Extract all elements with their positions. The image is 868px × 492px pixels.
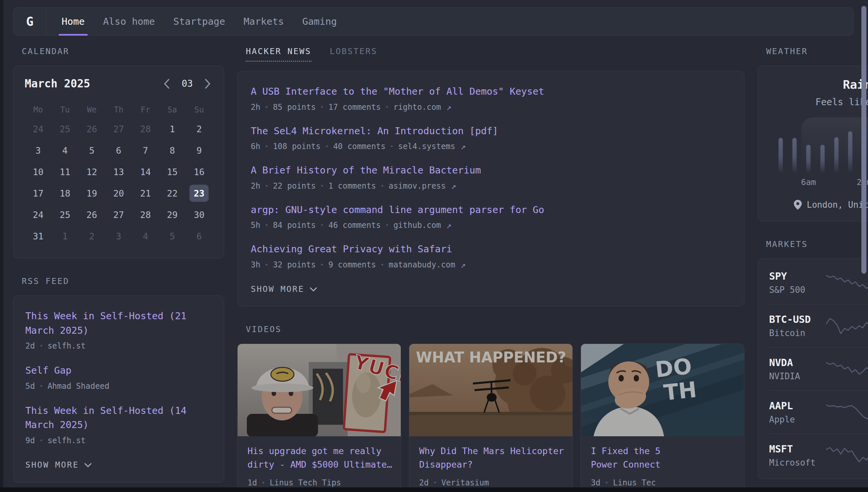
video-title[interactable]: His upgrade got me really <box>247 444 391 458</box>
news-item-title[interactable]: Achieving Great Privacy with Safari <box>251 242 731 256</box>
calendar-month-number: 03 <box>182 78 193 89</box>
logo[interactable]: G <box>14 7 47 35</box>
nav-tab-markets[interactable]: Markets <box>243 7 284 35</box>
calendar-day: 20 <box>105 184 132 202</box>
calendar-day: 28 <box>132 205 159 224</box>
chevron-down-icon <box>84 463 92 468</box>
dot-separator: • <box>320 102 324 112</box>
news-item-title[interactable]: The SeL4 Microkernel: An Introduction [p… <box>251 124 731 139</box>
weather-hourly-chart: 12° <box>774 117 868 173</box>
calendar-day: 4 <box>132 227 159 245</box>
meta-text: Ahmad Shadeed <box>48 381 109 391</box>
weather-location-row: London, United Kingdom <box>768 200 868 210</box>
calendar-day-grid: 2425262728123456789101112131415161718192… <box>25 120 213 245</box>
calendar-day: 29 <box>159 205 186 224</box>
meta-text: 5d <box>25 381 35 391</box>
calendar-weekday: Th <box>105 105 132 115</box>
dot-separator: • <box>390 142 393 151</box>
news-item-title[interactable]: argp: GNU-style command line argument pa… <box>251 203 731 217</box>
calendar-day: 3 <box>25 141 51 159</box>
calendar-weekday-row: MoTuWeThFrSaSu <box>25 105 213 115</box>
calendar-day: 9 <box>186 141 213 159</box>
meta-text: Linus Tech Tips <box>269 478 341 488</box>
tab-lobsters[interactable]: LOBSTERS <box>330 46 377 56</box>
scrollbar-thumb[interactable] <box>861 6 866 274</box>
meta-text: selfh.st <box>48 341 86 351</box>
rss-item-title[interactable]: This Week in Self-Hosted (14 March 2025) <box>25 403 212 432</box>
market-info: BTC-USDBitcoin <box>769 314 826 338</box>
meta-text: Linus Tec <box>613 478 656 488</box>
news-item-meta: 2h•22 points•1 comments•asimov.press↗ <box>251 181 731 191</box>
news-item: A USB Interface to the "Mother of All De… <box>251 84 731 112</box>
dot-separator: • <box>385 220 389 230</box>
video-title[interactable]: Disappear? <box>419 458 562 471</box>
nav-tab-home[interactable]: Home <box>62 7 85 35</box>
rss-show-more-button[interactable]: SHOW MORE <box>25 460 212 470</box>
window-edge-bottom <box>0 487 868 492</box>
tab-hacker-news[interactable]: HACKER NEWS <box>246 46 311 62</box>
calendar-day: 8 <box>159 141 186 159</box>
nav-tab-gaming[interactable]: Gaming <box>302 7 337 35</box>
news-item-meta: 2h•85 points•17 comments•righto.com↗ <box>251 102 731 112</box>
market-ticker: AAPL <box>769 400 826 412</box>
meta-text: 5h <box>251 220 260 230</box>
video-thumbnail[interactable]: DOTH <box>581 344 744 436</box>
market-row-aapl[interactable]: AAPLApple+1.95%$218.27 <box>769 390 868 434</box>
market-row-spy[interactable]: SPYS&P 500-0.27%$563.98 <box>769 261 868 304</box>
market-name: Microsoft <box>769 458 826 468</box>
video-thumbnail[interactable]: WHAT HAPPENED? <box>409 344 573 436</box>
meta-text: 2h <box>251 102 260 112</box>
today-pill: 23 <box>189 184 209 202</box>
calendar-day: 24 <box>25 120 51 138</box>
meta-text: 32 points <box>273 260 316 270</box>
calendar-weekday: We <box>78 105 105 115</box>
video-card-body: His upgrade got me reallydirty - AMD $50… <box>238 436 401 492</box>
scrollbar[interactable] <box>860 0 868 492</box>
news-item-meta: 6h•108 points•40 comments•sel4.systems↗ <box>251 142 731 151</box>
meta-text: 85 points <box>273 102 316 112</box>
rss-item: This Week in Self-Hosted (14 March 2025)… <box>25 403 212 445</box>
calendar-day: 5 <box>159 227 186 245</box>
video-title[interactable]: Why Did The Mars Helicopter <box>419 444 562 458</box>
calendar-day: 18 <box>51 184 78 202</box>
news-item-title[interactable]: A Brief History of the Miracle Bacterium <box>251 163 731 178</box>
weather-bar <box>779 138 783 173</box>
rss-item-title[interactable]: This Week in Self-Hosted (21 March 2025) <box>25 309 212 338</box>
calendar-day: 13 <box>105 163 132 181</box>
rss-item: Self Gap5d•Ahmad Shadeed <box>25 363 212 391</box>
map-pin-icon <box>794 200 802 210</box>
news-show-more-button[interactable]: SHOW MORE <box>251 284 731 294</box>
dot-separator: • <box>605 478 608 488</box>
meta-text: 40 comments <box>333 142 386 151</box>
video-thumbnail[interactable]: YUCK <box>238 344 401 436</box>
calendar-weekday: Su <box>186 105 213 115</box>
calendar-day: 21 <box>132 184 159 202</box>
dashboard-page: G HomeAlso homeStartpageMarketsGaming CA… <box>0 0 868 492</box>
calendar-day: 25 <box>51 120 78 138</box>
calendar-section-label: CALENDAR <box>13 46 224 56</box>
news-item-list: A USB Interface to the "Mother of All De… <box>251 84 731 270</box>
market-row-btc-usd[interactable]: BTC-USDBitcoin+1.39%$84,999.29 <box>769 304 868 347</box>
rss-item-list: This Week in Self-Hosted (21 March 2025)… <box>25 309 212 445</box>
video-title[interactable]: Power Connect <box>591 458 734 471</box>
news-item-title[interactable]: A USB Interface to the "Mother of All De… <box>251 84 731 99</box>
rss-item-title[interactable]: Self Gap <box>25 363 212 378</box>
external-link-icon: ↗ <box>461 142 466 151</box>
chevron-left-icon[interactable] <box>163 78 170 89</box>
video-title[interactable]: I Fixed the 5 <box>591 444 734 458</box>
dot-separator: • <box>262 478 265 488</box>
nav-tab-startpage[interactable]: Startpage <box>173 7 225 35</box>
dot-separator: • <box>433 478 437 488</box>
market-row-msft[interactable]: MSFTMicrosoft+1.14%$391.26 <box>769 434 868 477</box>
chevron-down-icon <box>310 287 317 292</box>
chevron-right-icon[interactable] <box>204 78 211 89</box>
video-title[interactable]: dirty - AMD $5000 Ultimate… <box>247 458 391 471</box>
dot-separator: • <box>265 102 268 112</box>
market-row-nvda[interactable]: NVDANVIDIA-0.70%$117.70 <box>769 347 868 390</box>
dot-separator: • <box>380 181 384 191</box>
calendar-nav: 03 <box>163 78 213 89</box>
nav-tab-also-home[interactable]: Also home <box>103 7 155 35</box>
calendar-weekday: Tu <box>51 105 78 115</box>
external-link-icon: ↗ <box>451 181 456 191</box>
calendar-day: 14 <box>132 163 159 181</box>
